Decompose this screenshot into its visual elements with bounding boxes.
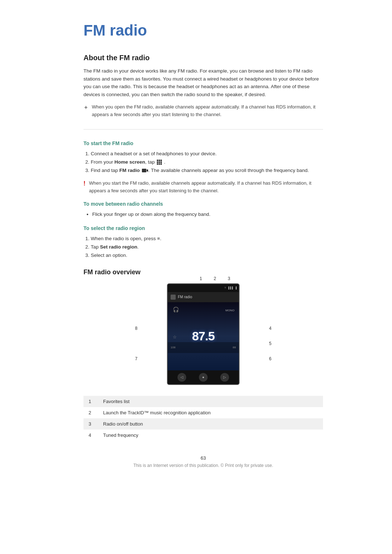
callout-3: 3: [228, 276, 230, 281]
overview-heading: FM radio overview: [83, 268, 323, 276]
ctrl-next: ▷: [220, 373, 229, 382]
page-container: FM radio About the FM radio The FM radio…: [54, 0, 338, 490]
mono-label: MONO: [225, 309, 234, 312]
table-row: 1 Favorites list: [83, 396, 323, 407]
table-desc-4: Tuned frequency: [98, 430, 323, 441]
page-number: 63: [83, 455, 323, 461]
warn-icon: !: [83, 180, 85, 187]
overview-section: FM radio overview 1 2 3 ? ▌▌▌ ▐: [83, 268, 323, 441]
step-2: From your Home screen, tap .: [91, 158, 323, 167]
ctrl-prev: ◁: [177, 373, 186, 382]
phone-titlebar: FM radio: [168, 292, 239, 302]
phone-screen: ? ▌▌▌ ▐ FM radio 🎧 MONO 87.5 ☆: [167, 283, 240, 385]
region-step-1: When the radio is open, press ≡.: [91, 235, 323, 243]
region-step-3: Select an option.: [91, 251, 323, 260]
callout-6: 6: [269, 356, 271, 361]
callout-top: 1 2 3: [200, 276, 230, 281]
table-row: 3 Radio on/off button: [83, 418, 323, 430]
move-channels-heading: To move between radio channels: [83, 201, 323, 207]
about-body: The FM radio in your device works like a…: [83, 67, 323, 98]
status-signal: ▌▌▌: [228, 287, 234, 289]
phone-diagram-wrapper: 1 2 3 ? ▌▌▌ ▐ FM radio: [83, 283, 323, 385]
table-desc-1: Favorites list: [98, 396, 323, 407]
freq-bar: 108 88: [168, 342, 239, 353]
callout-5: 5: [269, 341, 271, 346]
phone-status-bar: ? ▌▌▌ ▐: [168, 284, 239, 292]
overview-table: 1 Favorites list 2 Launch the TrackID™ m…: [83, 396, 323, 441]
callout-8: 8: [135, 326, 138, 331]
callout-1: 1: [200, 276, 202, 281]
status-time: ?: [224, 287, 226, 289]
freq-high: 88: [233, 346, 236, 349]
select-region-steps: When the radio is open, press ≡. Tap Set…: [91, 235, 323, 260]
menu-icon: ≡: [157, 235, 160, 243]
headphone-icon: 🎧: [173, 307, 179, 312]
ctrl-play: ●: [199, 373, 208, 382]
status-battery: ▐: [235, 287, 237, 289]
titlebar-icon: [171, 295, 176, 300]
table-row: 4 Tuned frequency: [83, 430, 323, 441]
titlebar-text: FM radio: [178, 295, 192, 299]
phone-controls: ◁ ● ▷: [168, 370, 239, 384]
start-radio-heading: To start the FM radio: [83, 140, 323, 146]
freq-low: 108: [171, 346, 175, 349]
table-desc-2: Launch the TrackID™ music recognition ap…: [98, 407, 323, 418]
page-footer: 63 This is an Internet version of this p…: [83, 455, 323, 468]
select-region-heading: To select the radio region: [83, 225, 323, 231]
table-num-4: 4: [83, 430, 98, 441]
move-channels-list: Flick your finger up or down along the f…: [92, 210, 323, 219]
start-radio-steps: Connect a headset or a set of headphones…: [91, 150, 323, 175]
step-3: Find and tap FM radio . The available ch…: [91, 167, 323, 175]
tip-note-text: When you open the FM radio, available ch…: [92, 103, 323, 118]
callout-7: 7: [135, 356, 138, 361]
table-num-1: 1: [83, 396, 98, 407]
table-num-3: 3: [83, 418, 98, 430]
footer-note: This is an Internet version of this publ…: [83, 463, 323, 468]
warn-note-text: When you start the FM radio, available c…: [89, 180, 323, 194]
phone-diagram: 1 2 3 ? ▌▌▌ ▐ FM radio: [142, 283, 265, 385]
table-num-2: 2: [83, 407, 98, 418]
phone-content: 🎧 MONO 87.5 ☆ 108 88: [168, 302, 239, 370]
callout-4: 4: [269, 326, 271, 331]
tip-icon: ✦: [83, 104, 88, 111]
about-heading: About the FM radio: [83, 54, 323, 62]
warn-note-box: ! When you start the FM radio, available…: [83, 180, 323, 194]
page-title: FM radio: [83, 22, 323, 39]
step-1: Connect a headset or a set of headphones…: [91, 150, 323, 158]
callout-2: 2: [214, 276, 216, 281]
table-desc-3: Radio on/off button: [98, 418, 323, 430]
table-row: 2 Launch the TrackID™ music recognition …: [83, 407, 323, 418]
app-grid-icon: [157, 160, 162, 165]
move-channels-item: Flick your finger up or down along the f…: [92, 210, 323, 219]
fm-radio-icon: [142, 169, 146, 172]
tip-note-box: ✦ When you open the FM radio, available …: [83, 103, 323, 118]
region-step-2: Tap Set radio region.: [91, 243, 323, 251]
freq-display: 87.5: [192, 329, 215, 343]
star-button: ☆: [173, 335, 177, 340]
divider-1: [83, 129, 323, 130]
